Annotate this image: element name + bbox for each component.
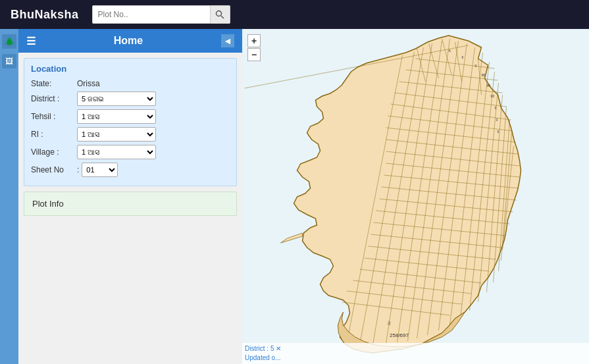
map-svg: 258/697 A 6 0 98 96 93 5 3 5 ਕੇ xyxy=(242,29,589,364)
image-icon: 🖼 xyxy=(5,57,13,66)
location-panel: Location State: Orissa District : 5 ଜଗଭ … xyxy=(24,58,237,186)
tehsil-label: Tehsil : xyxy=(31,112,77,121)
header: BhuNaksha xyxy=(0,0,589,29)
zoom-in-button[interactable]: + xyxy=(247,34,261,47)
search-button[interactable] xyxy=(211,5,230,24)
district-label: District : xyxy=(31,94,77,103)
village-label: Village : xyxy=(31,147,77,157)
tree-icon-button[interactable]: 🌲 xyxy=(2,34,16,49)
map-area: + − xyxy=(242,29,589,364)
parcel-label-8: 3 xyxy=(496,118,498,122)
location-title: Location xyxy=(31,64,230,74)
svg-line-1 xyxy=(221,16,224,18)
sidebar-content: Location State: Orissa District : 5 ଜଗଭ … xyxy=(18,53,242,364)
parcel-label-258-697: 258/697 xyxy=(390,332,409,338)
state-label: State: xyxy=(31,79,77,88)
status-line1: District : 5 ✕ xyxy=(245,344,586,353)
parcel-label-5: 96 xyxy=(487,84,491,88)
image-icon-button[interactable]: 🖼 xyxy=(2,54,16,68)
district-select[interactable]: 5 ଜଗଭ xyxy=(77,91,156,106)
app-title: BhuNaksha xyxy=(11,8,79,22)
plot-info-panel: Plot Info xyxy=(24,192,237,216)
svg-point-0 xyxy=(217,11,222,16)
tree-icon: 🌲 xyxy=(5,37,14,46)
status-line2: Updated o... xyxy=(245,353,586,363)
icon-bar: 🌲 🖼 xyxy=(0,29,18,364)
sheet-select[interactable]: 01 xyxy=(82,163,118,177)
zoom-controls: + − xyxy=(247,34,261,61)
search-icon xyxy=(215,10,224,19)
ri-select[interactable]: 1 ଆସ xyxy=(77,127,156,142)
status-bar: District : 5 ✕ Updated o... xyxy=(242,343,589,364)
zoom-out-button[interactable]: − xyxy=(247,48,261,61)
search-bar xyxy=(92,5,230,24)
menu-icon[interactable]: ☰ xyxy=(26,35,36,47)
parcel-label-2: 6 xyxy=(462,55,464,59)
tehsil-row: Tehsil : 1 ଆସ xyxy=(31,109,230,124)
parcel-label-7: 5 xyxy=(495,106,497,110)
parcel-label-6: 93 xyxy=(491,94,495,98)
sidebar: ☰ Home ◄ Location State: Orissa District… xyxy=(18,29,242,364)
bottom-label: ਕੇ xyxy=(387,321,391,326)
sheet-row: Sheet No : 01 xyxy=(31,163,230,177)
district-row: District : 5 ଜଗଭ xyxy=(31,91,230,106)
sheet-label: Sheet No xyxy=(31,165,77,174)
sidebar-title: Home xyxy=(114,35,143,47)
tehsil-select[interactable]: 1 ଆସ xyxy=(77,109,156,124)
collapse-button[interactable]: ◄ xyxy=(221,34,234,47)
sidebar-header: ☰ Home ◄ xyxy=(18,29,242,53)
parcel-label-3: 0 xyxy=(475,64,477,68)
ri-label: RI : xyxy=(31,130,77,139)
main-layout: 🌲 🖼 ☰ Home ◄ Location State: Orissa Dist… xyxy=(0,29,589,364)
ri-row: RI : 1 ଆସ xyxy=(31,127,230,142)
state-row: State: Orissa xyxy=(31,79,230,88)
state-value: Orissa xyxy=(77,79,100,88)
sheet-colon: : xyxy=(77,165,79,174)
search-input[interactable] xyxy=(92,5,211,24)
plot-info-title: Plot Info xyxy=(32,199,228,209)
parcel-label-9: 5 xyxy=(498,130,499,134)
village-select[interactable]: 1 ଆସ xyxy=(77,145,156,159)
village-row: Village : 1 ଆସ xyxy=(31,145,230,159)
parcel-label-4: 98 xyxy=(482,73,486,77)
